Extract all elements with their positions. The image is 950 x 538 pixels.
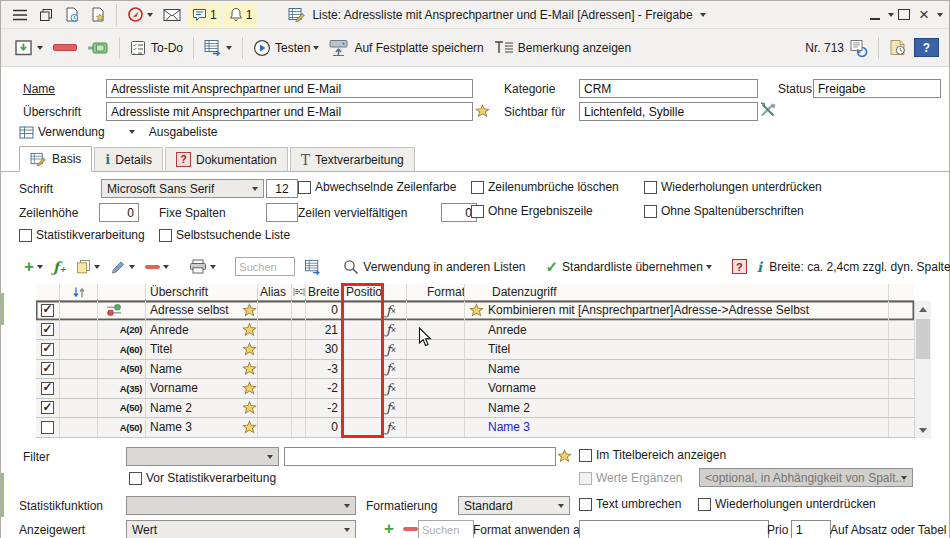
tab-textverarbeitung[interactable]: T Textverarbeitung (290, 147, 415, 171)
formatierung-select[interactable]: Standard (458, 496, 570, 515)
tab-basis[interactable]: Basis (19, 146, 92, 172)
vor-statistik-checkbox[interactable]: Vor Statistikverarbeitung (129, 471, 276, 485)
column-search-input[interactable] (235, 257, 295, 276)
position-cell[interactable] (344, 399, 382, 418)
favorite-star-icon[interactable] (469, 303, 484, 317)
windows-copy-icon[interactable] (35, 2, 57, 28)
add-function-button[interactable] (50, 254, 69, 280)
wiederholungen-unterdruecken-checkbox[interactable]: Wiederholungen unterdrücken (698, 497, 876, 511)
favorite-star-icon[interactable] (475, 104, 490, 118)
header-datenzugriff[interactable]: Datenzugriff (465, 284, 889, 300)
delete-record-button[interactable] (50, 35, 80, 61)
document-star-icon[interactable] (87, 2, 109, 28)
edit-button[interactable] (107, 254, 138, 280)
position-cell[interactable] (344, 301, 382, 320)
messages-badge[interactable]: 1 (187, 3, 222, 27)
selbstsuchende-checkbox[interactable]: Selbstsuchende Liste (159, 228, 290, 242)
filter-select[interactable] (126, 447, 279, 466)
name-field[interactable] (106, 79, 473, 98)
window-title-group[interactable]: Liste: Adressliste mit Ansprechpartner u… (288, 7, 705, 22)
menu-icon[interactable] (9, 2, 31, 28)
favorite-star-icon[interactable] (242, 342, 257, 356)
title-chevron-down-icon[interactable] (700, 13, 706, 17)
table-row[interactable]: A(20) Anrede 21 Anrede (36, 321, 914, 341)
table-row[interactable]: A(35) Vorname -2 Vorname (36, 379, 914, 399)
ohne-spaltenueberschriften-checkbox[interactable]: Ohne Spaltenüberschriften (644, 204, 804, 218)
favorite-star-icon[interactable] (242, 381, 257, 395)
test-button[interactable]: Testen (250, 35, 322, 61)
connect-button[interactable] (84, 35, 112, 61)
navigation-icon[interactable] (124, 2, 156, 28)
wiederholungen-checkbox[interactable]: Wiederholungen unterdrücken (644, 180, 822, 194)
ueberschrift-field[interactable] (106, 102, 473, 121)
todo-button[interactable]: To-Do (127, 35, 186, 61)
favorite-star-icon[interactable] (242, 303, 257, 317)
position-cell[interactable] (344, 418, 382, 437)
format-anwenden-field[interactable] (579, 520, 769, 538)
row-checkbox[interactable] (36, 379, 60, 398)
row-checkbox[interactable] (36, 301, 60, 320)
sort-icon[interactable] (60, 284, 98, 300)
table-row[interactable]: A(50) Name 2 -2 Name 2 (36, 399, 914, 419)
fx-icon[interactable] (386, 322, 396, 337)
fixe-spalten-field[interactable] (266, 203, 298, 222)
favorite-star-icon[interactable] (242, 362, 257, 376)
close-button[interactable] (914, 4, 934, 26)
chevron-down-icon[interactable] (129, 130, 135, 134)
close-chevron-icon[interactable] (937, 13, 943, 17)
verwendung-button[interactable]: Verwendung Ausgabeliste (19, 125, 217, 139)
schrift-size-field[interactable] (266, 179, 298, 198)
position-cell[interactable] (344, 321, 382, 340)
anzeigewert-select[interactable]: Wert (126, 520, 356, 538)
header-position[interactable]: Position (344, 284, 382, 300)
position-cell[interactable] (344, 379, 382, 398)
document-clock-icon[interactable] (61, 2, 83, 28)
list-layout-button[interactable] (201, 35, 235, 61)
notifications-badge[interactable]: 1 (224, 3, 258, 27)
status-field[interactable] (813, 79, 941, 98)
save-record-button[interactable] (11, 35, 46, 61)
im-titelbereich-checkbox[interactable]: Im Titelbereich anzeigen (579, 448, 726, 462)
table-row[interactable]: Adresse selbst 0 Kombinieren mit [Anspre… (36, 301, 914, 321)
position-cell[interactable] (344, 360, 382, 379)
row-checkbox[interactable] (36, 399, 60, 418)
maximize-button[interactable] (894, 4, 914, 26)
header-breite[interactable]: Breite (306, 284, 344, 300)
tools-icon[interactable] (759, 101, 778, 118)
table-row[interactable]: A(50) Name -3 Name (36, 360, 914, 380)
remove-column-button[interactable] (142, 254, 172, 280)
add-column-button[interactable] (21, 254, 46, 280)
tab-details[interactable]: i Details (94, 147, 163, 171)
table-row[interactable]: A(50) Name 3 0 Name 3 (36, 418, 914, 438)
format-cell[interactable] (407, 379, 465, 398)
prio-field[interactable] (791, 520, 831, 538)
save-to-disk-button[interactable]: Auf Festplatte speichern (326, 35, 486, 61)
help-button[interactable] (914, 38, 939, 57)
favorite-star-icon[interactable] (242, 323, 257, 337)
fx-icon[interactable] (386, 303, 396, 318)
table-export-button[interactable] (301, 254, 326, 280)
format-cell[interactable] (407, 360, 465, 379)
zeilenumbrueche-checkbox[interactable]: Zeilenumbrüche löschen (471, 180, 619, 194)
format-cell[interactable] (407, 321, 465, 340)
favorite-star-icon[interactable] (557, 449, 572, 463)
add-format-button[interactable] (384, 520, 394, 537)
row-checkbox[interactable] (36, 418, 60, 437)
header-alias[interactable]: Alias (258, 284, 292, 300)
format-search-input[interactable] (418, 520, 474, 538)
header-format[interactable]: Format (407, 284, 465, 300)
zeilenhoehe-field[interactable] (99, 203, 139, 222)
table-row[interactable]: A(60) Titel 30 Titel (36, 340, 914, 360)
format-cell[interactable] (407, 399, 465, 418)
format-cell[interactable] (407, 301, 465, 320)
apply-standard-list-button[interactable]: Standardliste übernehmen (542, 254, 714, 280)
fx-icon[interactable] (386, 420, 396, 435)
tab-dokumentation[interactable]: Dokumentation (165, 147, 288, 171)
favorite-star-icon[interactable] (242, 420, 257, 434)
scroll-up-arrow[interactable] (915, 301, 931, 317)
column-help-icon[interactable] (729, 254, 750, 280)
abwechselnde-checkbox[interactable]: Abwechselnde Zeilenfarbe (298, 180, 456, 194)
minimize-button[interactable] (865, 4, 885, 26)
kategorie-field[interactable] (579, 79, 758, 98)
fx-icon[interactable] (386, 342, 396, 357)
